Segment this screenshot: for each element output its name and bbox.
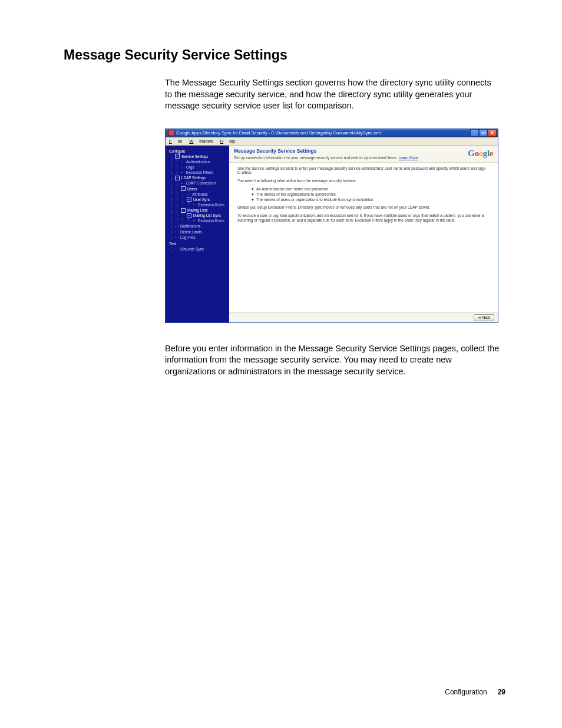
- paragraph-1: Use the Service Settings screens to ente…: [237, 166, 487, 176]
- arrow-right-icon: ➔: [478, 315, 481, 320]
- footer-section: Configuration: [445, 688, 487, 696]
- bullet-2: The names of the organizations to synchr…: [252, 192, 487, 197]
- title-bar: Google Apps Directory Sync for Email Sec…: [166, 129, 498, 137]
- menu-help[interactable]: Help: [220, 139, 235, 144]
- tree-exclusion-rules-2[interactable]: Exclusion Rules: [193, 218, 227, 223]
- tree-mailing-list-sync[interactable]: −Mailing List Sync: [187, 213, 227, 218]
- tree-service-settings[interactable]: −Service Settings: [175, 154, 227, 159]
- menu-bar: File Windows Help: [166, 137, 498, 146]
- tree-test[interactable]: Test: [169, 241, 227, 246]
- next-button[interactable]: ➔ Next: [474, 314, 494, 321]
- tree-mailing-lists[interactable]: −Mailing Lists: [181, 207, 227, 213]
- paragraph-2: You need the following information from …: [237, 179, 487, 183]
- maximize-button[interactable]: ▭: [479, 129, 488, 137]
- tree-authentication[interactable]: Authentication: [181, 159, 227, 164]
- tree-exclusion-filters-1[interactable]: Exclusion Filters: [181, 170, 227, 175]
- page-heading: Message Security Service Settings: [64, 47, 505, 63]
- footer-page-number: 29: [498, 688, 505, 696]
- tree-attributes[interactable]: Attributes: [187, 192, 227, 197]
- nav-tree: Configure −Service Settings Authenticati…: [166, 146, 229, 322]
- paragraph-3: Unless you setup Exclusion Filters, Dire…: [237, 205, 487, 210]
- app-window: Google Apps Directory Sync for Email Sec…: [165, 129, 498, 323]
- tree-delete-limits[interactable]: Delete Limits: [175, 229, 227, 235]
- tree-orgs[interactable]: Orgs: [181, 164, 227, 170]
- menu-windows[interactable]: Windows: [189, 139, 213, 144]
- outro-paragraph: Before you enter information in the Mess…: [165, 343, 500, 378]
- window-title: Google Apps Directory Sync for Email Sec…: [176, 130, 381, 136]
- tree-simulate-sync[interactable]: Simulate Sync: [175, 246, 227, 252]
- close-button[interactable]: ✕: [488, 129, 497, 137]
- bullet-1: An administrator user name and password.: [252, 187, 487, 192]
- intro-paragraph: The Message Security Settings section go…: [165, 77, 500, 112]
- bullet-3: The names of users or organizations to e…: [252, 197, 487, 202]
- tree-users[interactable]: −Users: [181, 186, 227, 192]
- tree-ldap-settings[interactable]: −LDAP Settings: [175, 175, 227, 180]
- tree-configure[interactable]: Configure: [169, 149, 227, 154]
- minimize-button[interactable]: _: [470, 129, 479, 137]
- google-logo: Google: [468, 148, 493, 159]
- tree-ldap-connection[interactable]: LDAP Connection: [181, 180, 227, 186]
- panel-title: Message Security Service Settings: [234, 148, 468, 154]
- page-footer: Configuration 29: [445, 688, 505, 696]
- learn-more-link[interactable]: Learn More: [399, 156, 418, 160]
- menu-file[interactable]: File: [169, 139, 182, 144]
- tree-user-sync[interactable]: −User Sync: [187, 197, 227, 202]
- tree-exclusion-rules-1[interactable]: Exclusion Rules: [193, 202, 227, 207]
- app-icon: [168, 130, 174, 136]
- tree-log-files[interactable]: Log Files: [175, 235, 227, 240]
- paragraph-4: To exclude a user or org from synchroniz…: [237, 213, 487, 223]
- tree-notifications[interactable]: Notifications: [175, 223, 227, 229]
- panel-subtitle: Set up connection information for your m…: [234, 156, 468, 160]
- content-panel: Message Security Service Settings Set up…: [229, 146, 498, 322]
